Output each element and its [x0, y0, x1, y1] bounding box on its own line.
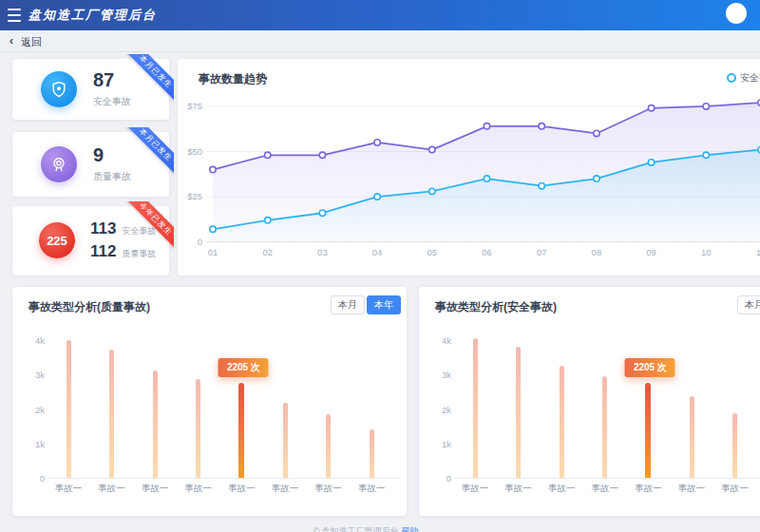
legend-marker-icon	[727, 73, 736, 83]
stat-value: 112	[90, 243, 116, 259]
shield-icon	[41, 71, 77, 107]
stat-label: 质量事故	[122, 248, 156, 260]
data-point[interactable]	[484, 124, 489, 129]
back-button[interactable]: 返回	[21, 35, 42, 49]
data-point[interactable]	[319, 210, 325, 216]
stat-value: 113	[90, 220, 116, 237]
bar[interactable]	[109, 350, 114, 478]
bar[interactable]	[732, 413, 737, 478]
data-point[interactable]	[648, 105, 654, 111]
data-point[interactable]	[319, 152, 325, 158]
x-axis-label: 事故一	[671, 483, 712, 495]
stat-card-safety-month: 87 安全事故 本月已发生	[12, 59, 169, 120]
y-axis-tick: 1k	[16, 439, 45, 449]
svg-text:0: 0	[198, 237, 202, 247]
bar[interactable]	[238, 383, 244, 478]
y-axis-tick: 3k	[423, 370, 451, 380]
bar-chart-card-quality: 事故类型分析(质量事故) 本月 本年 01k2k3k4k事故一事故一事故一事故一…	[12, 287, 407, 516]
data-point[interactable]	[648, 160, 654, 165]
bar[interactable]	[645, 383, 651, 478]
x-axis-label: 事故一	[264, 483, 306, 495]
data-point[interactable]	[484, 176, 489, 181]
bar[interactable]	[516, 347, 521, 478]
bar-chart-card-safety: 事故类型分析(安全事故) 本月 本年 01k2k3k4k事故一事故一事故一事故一…	[419, 287, 760, 516]
footer-text: © 盘知造工厂管理后台	[314, 526, 399, 532]
x-axis-label: 事故一	[454, 483, 496, 495]
data-point[interactable]	[265, 218, 271, 223]
svg-text:07: 07	[537, 247, 547, 257]
data-point[interactable]	[539, 182, 544, 188]
bar[interactable]	[690, 396, 694, 478]
bar[interactable]	[326, 414, 331, 478]
svg-text:10: 10	[701, 247, 712, 257]
x-axis-label: 事故一	[178, 483, 219, 495]
x-axis-line	[455, 478, 760, 479]
data-point[interactable]	[210, 226, 216, 232]
data-point[interactable]	[210, 166, 216, 172]
trend-chart-card: 事故数量趋势 安全事故 质量事故 0$25$50$750102030405060…	[178, 59, 760, 276]
data-point[interactable]	[703, 104, 709, 109]
hamburger-menu-icon[interactable]	[8, 9, 21, 22]
svg-text:02: 02	[262, 247, 273, 257]
bar[interactable]	[153, 370, 158, 478]
data-point[interactable]	[429, 146, 435, 152]
medal-icon	[41, 146, 77, 182]
stat-card-year-total: 225 113 安全事故 112 质量事故 今年已发生	[12, 206, 169, 276]
top-navbar: 盘知造工厂管理后台	[0, 0, 760, 30]
x-axis-label: 事故一	[714, 483, 756, 495]
x-axis-label: 事故一	[541, 483, 582, 495]
app-window: 盘知造工厂管理后台 ‹ 返回 87 安全事故 本月已发生 9 质量事故 本月已发…	[0, 0, 760, 532]
data-point[interactable]	[429, 188, 435, 194]
chevron-left-icon[interactable]: ‹	[10, 34, 13, 48]
bar[interactable]	[370, 429, 374, 478]
bar-chart-plot: 01k2k3k4k事故一事故一事故一事故一事故一事故一事故一事故一2205 次	[12, 287, 407, 516]
stat-row-quality: 112 质量事故	[90, 243, 156, 260]
chart-legend: 安全事故 质量事故	[727, 71, 760, 85]
svg-text:03: 03	[317, 247, 328, 257]
svg-text:04: 04	[372, 247, 383, 257]
x-axis-line	[48, 478, 399, 479]
y-axis-tick: 4k	[423, 335, 451, 346]
data-point[interactable]	[539, 124, 544, 129]
svg-text:06: 06	[482, 247, 492, 257]
y-axis-tick: 2k	[423, 405, 451, 415]
back-bar[interactable]: ‹ 返回	[0, 30, 760, 52]
bar[interactable]	[602, 376, 607, 478]
bar-chart-plot: 01k2k3k4k事故一事故一事故一事故一事故一事故一事故一事故一2205 次	[419, 287, 760, 516]
y-axis-tick: 4k	[16, 335, 45, 346]
stat-label: 质量事故	[93, 170, 131, 183]
svg-text:$25: $25	[187, 191, 202, 201]
bar[interactable]	[473, 338, 478, 478]
data-point[interactable]	[594, 130, 599, 136]
svg-text:05: 05	[428, 247, 438, 257]
chart-title: 事故数量趋势	[199, 71, 267, 87]
total-count-badge: 225	[39, 222, 75, 258]
bar[interactable]	[560, 366, 564, 478]
bar-tooltip: 2205 次	[625, 358, 675, 377]
stat-value: 9	[93, 145, 104, 164]
x-axis-label: 事故一	[48, 483, 89, 495]
legend-item-safety[interactable]: 安全事故	[727, 71, 760, 85]
stat-label: 安全事故	[122, 225, 156, 238]
x-axis-label: 事故一	[351, 483, 392, 495]
bar[interactable]	[283, 403, 288, 478]
y-axis-tick: 0	[16, 473, 45, 484]
data-point[interactable]	[265, 152, 271, 158]
stat-card-quality-month: 9 质量事故 本月已发生	[12, 132, 169, 197]
x-axis-label: 事故一	[498, 483, 540, 495]
x-axis-label: 事故一	[308, 483, 350, 495]
y-axis-tick: 1k	[423, 439, 451, 449]
svg-text:$50: $50	[187, 146, 202, 157]
y-axis-tick: 0	[423, 473, 451, 484]
page-footer: © 盘知造工厂管理后台 帮助	[285, 525, 446, 532]
trend-line-chart: 0$25$50$750102030405060708091011	[178, 93, 760, 259]
data-point[interactable]	[374, 140, 380, 145]
data-point[interactable]	[703, 152, 709, 158]
footer-link[interactable]: 帮助	[401, 526, 418, 532]
x-axis-label: 事故一	[134, 483, 176, 495]
bar[interactable]	[196, 379, 200, 478]
data-point[interactable]	[594, 176, 599, 181]
data-point[interactable]	[374, 194, 380, 200]
user-avatar[interactable]	[726, 3, 747, 24]
bar[interactable]	[66, 340, 71, 478]
